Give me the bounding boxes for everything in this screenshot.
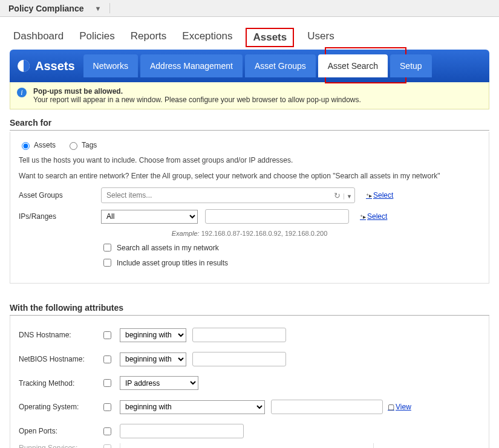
subtab-networks[interactable]: Networks bbox=[83, 54, 138, 77]
label-open-ports: Open Ports: bbox=[19, 427, 101, 435]
ip-example: Example: 192.168.0.87-192.168.0.92, 192.… bbox=[19, 230, 480, 237]
subtab-setup[interactable]: Setup bbox=[390, 54, 432, 77]
radio-tags[interactable] bbox=[70, 142, 77, 150]
input-netbios[interactable] bbox=[192, 352, 286, 366]
asset-groups-picker[interactable]: Select items... ↻ ▼ bbox=[101, 187, 355, 203]
search-for-heading: Search for bbox=[10, 109, 489, 131]
subtab-asset-groups[interactable]: Asset Groups bbox=[245, 54, 316, 77]
asset-groups-select-link[interactable]: ⁺▸Select bbox=[366, 191, 393, 200]
select-netbios-match[interactable]: beginning with bbox=[120, 352, 186, 366]
main-tabs: Dashboard Policies Reports Exceptions As… bbox=[0, 17, 499, 50]
input-os[interactable] bbox=[271, 400, 383, 414]
cb-include-titles[interactable] bbox=[103, 259, 111, 267]
cb-search-all[interactable] bbox=[103, 244, 111, 252]
cb-include-titles-label: Include asset group titles in results bbox=[117, 259, 228, 267]
app-dropdown-label[interactable]: Policy Compliance bbox=[8, 4, 83, 13]
chevron-down-icon[interactable]: ▼ bbox=[344, 193, 352, 200]
cb-tracking[interactable] bbox=[103, 379, 111, 387]
subtab-address-management[interactable]: Address Management bbox=[140, 54, 243, 77]
select-tracking[interactable]: IP address bbox=[120, 376, 198, 390]
topbar-separator bbox=[109, 3, 110, 13]
ips-select-link[interactable]: ⁺▸Select bbox=[360, 212, 387, 221]
cb-os[interactable] bbox=[103, 403, 111, 411]
tab-reports[interactable]: Reports bbox=[129, 28, 168, 45]
os-view-link[interactable]: ▢ View bbox=[388, 403, 411, 411]
ips-network-select[interactable]: All bbox=[101, 210, 198, 224]
refresh-icon[interactable]: ↻ bbox=[334, 191, 341, 200]
tab-policies[interactable]: Policies bbox=[78, 28, 116, 45]
svg-text:i: i bbox=[21, 88, 22, 97]
attributes-heading: With the following attributes bbox=[10, 294, 489, 316]
input-open-ports[interactable] bbox=[120, 424, 244, 438]
input-running[interactable] bbox=[120, 443, 374, 448]
label-os: Operating System: bbox=[19, 403, 101, 411]
cb-search-all-label: Search all assets in my network bbox=[117, 244, 219, 252]
arrow-icon: ⁺▸ bbox=[366, 192, 372, 199]
intro-1: Tell us the hosts you want to include. C… bbox=[19, 156, 480, 164]
cb-open-ports[interactable] bbox=[103, 427, 111, 435]
notice-text: Your report will appear in a new window.… bbox=[33, 96, 361, 104]
search-for-panel: Assets Tags Tell us the hosts you want t… bbox=[10, 132, 489, 284]
radio-assets-label: Assets bbox=[34, 141, 56, 149]
label-ips-ranges: IPs/Ranges bbox=[19, 212, 101, 221]
notice-bold: Pop-ups must be allowed. bbox=[33, 87, 361, 96]
info-icon: i bbox=[16, 87, 27, 98]
cb-running[interactable] bbox=[103, 444, 111, 449]
radio-assets[interactable] bbox=[22, 142, 30, 150]
subnav-title: Assets bbox=[35, 59, 75, 73]
top-bar: Policy Compliance ▼ bbox=[0, 0, 499, 17]
tab-users[interactable]: Users bbox=[306, 28, 335, 45]
chevron-down-icon[interactable]: ▼ bbox=[94, 5, 101, 12]
cb-dns[interactable] bbox=[103, 331, 111, 339]
select-dns-match[interactable]: beginning with bbox=[120, 328, 186, 342]
subnav: Assets Networks Address Management Asset… bbox=[10, 50, 489, 82]
assets-icon bbox=[17, 59, 30, 73]
tab-assets[interactable]: Assets bbox=[246, 28, 294, 47]
arrow-icon: ⁺▸ bbox=[360, 213, 366, 220]
label-tracking: Tracking Method: bbox=[19, 379, 101, 388]
label-dns: DNS Hostname: bbox=[19, 331, 101, 339]
select-os-match[interactable]: beginning with bbox=[120, 400, 265, 414]
subtab-asset-search[interactable]: Asset Search bbox=[318, 54, 388, 77]
radio-tags-label: Tags bbox=[82, 141, 97, 149]
cb-netbios[interactable] bbox=[103, 355, 111, 363]
tab-dashboard[interactable]: Dashboard bbox=[12, 28, 65, 45]
popup-notice: i Pop-ups must be allowed. Your report w… bbox=[10, 82, 489, 109]
attributes-panel: DNS Hostname: beginning with NetBIOS Hos… bbox=[10, 316, 489, 448]
input-dns[interactable] bbox=[192, 328, 286, 342]
label-asset-groups: Asset Groups bbox=[19, 191, 101, 200]
ips-ranges-input[interactable] bbox=[205, 209, 349, 224]
label-netbios: NetBIOS Hostname: bbox=[19, 355, 101, 363]
intro-2: Want to search an entire network? Enter … bbox=[19, 172, 480, 180]
view-icon: ▢ bbox=[388, 403, 394, 411]
tab-exceptions[interactable]: Exceptions bbox=[181, 28, 233, 45]
label-running-services: Running Services: bbox=[19, 444, 101, 448]
asset-groups-placeholder: Select items... bbox=[106, 191, 152, 200]
